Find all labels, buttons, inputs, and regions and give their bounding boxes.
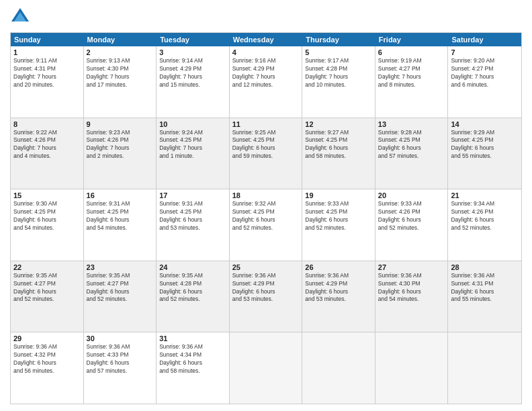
- cell-info-line: Sunrise: 9:33 AM: [378, 200, 445, 208]
- cell-info-line: Sunrise: 9:27 AM: [305, 129, 372, 137]
- cell-info-line: Daylight: 7 hours: [451, 73, 519, 81]
- header-day-saturday: Saturday: [448, 33, 521, 46]
- cell-info-line: Sunrise: 9:14 AM: [159, 57, 226, 65]
- day-number: 19: [305, 191, 372, 199]
- cell-info-line: and 12 minutes.: [232, 81, 300, 89]
- calendar-row-1: 1Sunrise: 9:11 AMSunset: 4:31 PMDaylight…: [11, 46, 521, 118]
- cell-info-line: Sunrise: 9:32 AM: [232, 200, 300, 208]
- cell-info-line: Sunset: 4:29 PM: [305, 280, 372, 288]
- cell-info-line: Daylight: 6 hours: [159, 288, 226, 296]
- day-number: 11: [232, 120, 300, 128]
- cell-info-line: and 53 minutes.: [305, 295, 372, 304]
- cell-info-line: Daylight: 7 hours: [378, 73, 445, 81]
- day-number: 5: [305, 48, 372, 56]
- cell-info-line: and 53 minutes.: [232, 295, 300, 304]
- cell-info-line: Sunset: 4:25 PM: [232, 208, 300, 216]
- day-number: 13: [378, 120, 445, 128]
- cell-info-line: and 58 minutes.: [305, 152, 372, 161]
- cell-info-line: Sunrise: 9:36 AM: [87, 343, 154, 351]
- cell-info-line: and 57 minutes.: [87, 367, 154, 375]
- cell-info-line: and 52 minutes.: [305, 224, 372, 232]
- calendar-cell: 23Sunrise: 9:35 AMSunset: 4:27 PMDayligh…: [84, 261, 157, 332]
- calendar-cell: 1Sunrise: 9:11 AMSunset: 4:31 PMDaylight…: [11, 46, 84, 118]
- calendar-cell: 16Sunrise: 9:31 AMSunset: 4:25 PMDayligh…: [84, 189, 157, 261]
- day-number: 12: [305, 120, 372, 128]
- cell-info-line: Sunset: 4:29 PM: [232, 65, 300, 73]
- cell-info-line: Sunrise: 9:17 AM: [305, 57, 372, 65]
- day-number: 23: [87, 263, 154, 271]
- day-number: 31: [159, 334, 226, 342]
- cell-info-line: Daylight: 6 hours: [378, 216, 445, 224]
- cell-info-line: and 54 minutes.: [13, 224, 81, 232]
- cell-info-line: Sunrise: 9:25 AM: [232, 129, 300, 137]
- cell-info-line: and 54 minutes.: [378, 295, 445, 304]
- cell-info-line: and 53 minutes.: [159, 224, 226, 232]
- cell-info-line: Sunset: 4:25 PM: [305, 208, 372, 216]
- cell-info-line: Daylight: 6 hours: [305, 288, 372, 296]
- calendar-cell: 18Sunrise: 9:32 AMSunset: 4:25 PMDayligh…: [230, 189, 303, 261]
- cell-info-line: Daylight: 6 hours: [378, 144, 445, 152]
- cell-info-line: Daylight: 6 hours: [378, 288, 445, 296]
- cell-info-line: Sunrise: 9:11 AM: [13, 57, 81, 65]
- cell-info-line: Sunrise: 9:35 AM: [159, 272, 226, 280]
- cell-info-line: Daylight: 7 hours: [87, 144, 154, 152]
- page: SundayMondayTuesdayWednesdayThursdayFrid…: [0, 0, 532, 411]
- calendar-cell: 29Sunrise: 9:36 AMSunset: 4:32 PMDayligh…: [11, 332, 84, 404]
- cell-info-line: Sunset: 4:31 PM: [13, 65, 81, 73]
- calendar-cell: 3Sunrise: 9:14 AMSunset: 4:29 PMDaylight…: [157, 46, 230, 118]
- cell-info-line: Daylight: 6 hours: [232, 216, 300, 224]
- calendar: SundayMondayTuesdayWednesdayThursdayFrid…: [10, 32, 522, 404]
- calendar-cell: [375, 332, 449, 404]
- cell-info-line: Sunset: 4:25 PM: [232, 136, 300, 144]
- day-number: 29: [13, 334, 81, 342]
- cell-info-line: Sunset: 4:30 PM: [378, 280, 445, 288]
- calendar-cell: 22Sunrise: 9:35 AMSunset: 4:27 PMDayligh…: [11, 261, 84, 332]
- cell-info-line: Daylight: 6 hours: [305, 216, 372, 224]
- cell-info-line: Sunrise: 9:35 AM: [13, 272, 81, 280]
- cell-info-line: Sunset: 4:25 PM: [87, 208, 154, 216]
- header-day-wednesday: Wednesday: [230, 33, 303, 46]
- cell-info-line: Sunrise: 9:31 AM: [87, 200, 154, 208]
- cell-info-line: and 59 minutes.: [232, 152, 300, 161]
- day-number: 1: [13, 48, 81, 56]
- calendar-cell: 31Sunrise: 9:36 AMSunset: 4:34 PMDayligh…: [157, 332, 230, 404]
- day-number: 20: [378, 191, 445, 199]
- calendar-cell: 9Sunrise: 9:23 AMSunset: 4:26 PMDaylight…: [84, 118, 157, 189]
- cell-info-line: Sunrise: 9:29 AM: [451, 129, 519, 137]
- calendar-cell: 10Sunrise: 9:24 AMSunset: 4:25 PMDayligh…: [157, 118, 230, 189]
- header-day-tuesday: Tuesday: [157, 33, 230, 46]
- day-number: 16: [87, 191, 154, 199]
- cell-info-line: Sunset: 4:25 PM: [159, 136, 226, 144]
- cell-info-line: Sunrise: 9:24 AM: [159, 129, 226, 137]
- day-number: 25: [232, 263, 300, 271]
- cell-info-line: and 17 minutes.: [87, 81, 154, 89]
- cell-info-line: Daylight: 6 hours: [159, 359, 226, 367]
- cell-info-line: Sunset: 4:27 PM: [451, 65, 519, 73]
- cell-info-line: Daylight: 6 hours: [13, 288, 81, 296]
- cell-info-line: and 6 minutes.: [451, 81, 519, 89]
- header-day-friday: Friday: [375, 33, 449, 46]
- calendar-cell: 15Sunrise: 9:30 AMSunset: 4:25 PMDayligh…: [11, 189, 84, 261]
- header-day-thursday: Thursday: [302, 33, 375, 46]
- cell-info-line: and 1 minute.: [159, 152, 226, 161]
- calendar-cell: 6Sunrise: 9:19 AMSunset: 4:27 PMDaylight…: [375, 46, 449, 118]
- cell-info-line: and 52 minutes.: [232, 224, 300, 232]
- cell-info-line: Daylight: 6 hours: [451, 288, 519, 296]
- cell-info-line: and 55 minutes.: [451, 152, 519, 161]
- calendar-cell: [448, 332, 521, 404]
- cell-info-line: Daylight: 7 hours: [13, 73, 81, 81]
- cell-info-line: Sunset: 4:27 PM: [378, 65, 445, 73]
- calendar-cell: [302, 332, 375, 404]
- cell-info-line: Daylight: 6 hours: [87, 288, 154, 296]
- cell-info-line: Daylight: 7 hours: [159, 144, 226, 152]
- day-number: 14: [451, 120, 519, 128]
- cell-info-line: Daylight: 6 hours: [13, 359, 81, 367]
- cell-info-line: and 52 minutes.: [378, 224, 445, 232]
- cell-info-line: Daylight: 7 hours: [232, 73, 300, 81]
- cell-info-line: Sunrise: 9:35 AM: [87, 272, 154, 280]
- cell-info-line: Daylight: 6 hours: [305, 144, 372, 152]
- cell-info-line: Sunrise: 9:33 AM: [305, 200, 372, 208]
- cell-info-line: Sunset: 4:25 PM: [13, 208, 81, 216]
- cell-info-line: Sunset: 4:31 PM: [451, 280, 519, 288]
- calendar-cell: 4Sunrise: 9:16 AMSunset: 4:29 PMDaylight…: [230, 46, 303, 118]
